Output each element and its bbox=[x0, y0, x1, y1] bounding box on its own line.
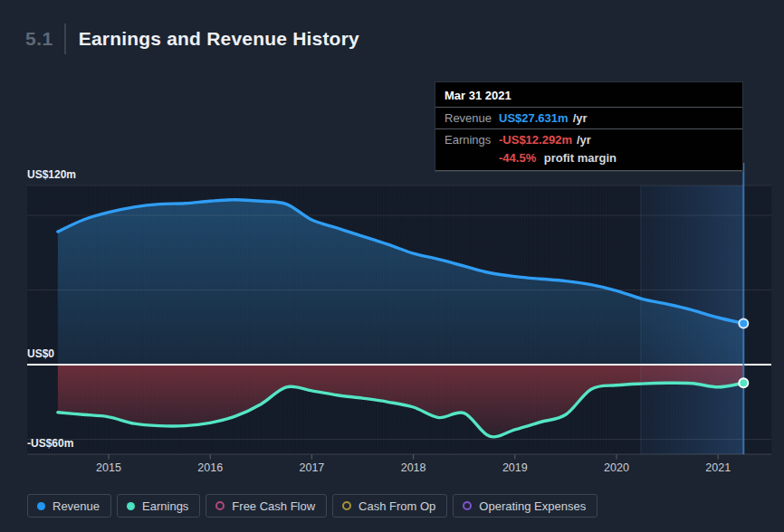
tooltip-revenue-row: Revenue US$27.631m /yr bbox=[435, 108, 742, 129]
legend-label: Revenue bbox=[53, 499, 100, 513]
x-tick-label: 2018 bbox=[387, 461, 441, 474]
chart-plot-area[interactable] bbox=[27, 185, 771, 454]
x-tick-label: 2016 bbox=[183, 461, 237, 474]
tooltip-revenue-suffix: /yr bbox=[573, 111, 588, 125]
tooltip-earnings-row: Earnings -US$12.292m /yr bbox=[435, 129, 742, 150]
legend-item-cash-from-op[interactable]: Cash From Op bbox=[332, 494, 447, 518]
x-tick-label: 2015 bbox=[81, 461, 136, 474]
tooltip-earnings-label: Earnings bbox=[445, 133, 499, 147]
earnings-dot-icon bbox=[127, 502, 135, 510]
tooltip-earnings-suffix: /yr bbox=[577, 133, 591, 147]
x-tick-label: 2019 bbox=[488, 461, 542, 474]
legend-item-free-cash-flow[interactable]: Free Cash Flow bbox=[206, 494, 327, 518]
tooltip-date: Mar 31 2021 bbox=[435, 82, 742, 108]
legend-label: Earnings bbox=[142, 499, 188, 513]
legend-item-earnings[interactable]: Earnings bbox=[117, 494, 200, 518]
legend-item-operating-expenses[interactable]: Operating Expenses bbox=[453, 494, 598, 518]
earnings-revenue-history-panel: 5.1 Earnings and Revenue History US$120m… bbox=[0, 0, 784, 532]
tooltip-margin-row: -44.5% profit margin bbox=[435, 150, 742, 171]
tooltip-earnings-value: -US$12.292m bbox=[499, 133, 572, 147]
revenue-dot-icon bbox=[37, 502, 45, 510]
chart-legend: Revenue Earnings Free Cash Flow Cash Fro… bbox=[27, 494, 598, 518]
chart-tooltip: Mar 31 2021 Revenue US$27.631m /yr Earni… bbox=[435, 81, 743, 172]
x-tick-label: 2020 bbox=[589, 461, 644, 474]
free-cash-flow-ring-icon bbox=[215, 501, 225, 510]
legend-item-revenue[interactable]: Revenue bbox=[27, 494, 111, 518]
y-axis-label-bottom: -US$60m bbox=[27, 437, 73, 450]
legend-label: Free Cash Flow bbox=[232, 499, 315, 513]
legend-label: Cash From Op bbox=[359, 499, 435, 513]
x-tick-label: 2021 bbox=[691, 461, 745, 474]
cash-from-op-ring-icon bbox=[342, 501, 351, 510]
tooltip-margin-text: profit margin bbox=[544, 151, 617, 165]
operating-expenses-ring-icon bbox=[463, 501, 472, 510]
tooltip-margin-value: -44.5% bbox=[499, 151, 536, 165]
tooltip-revenue-label: Revenue bbox=[445, 111, 499, 125]
y-axis-label-zero: US$0 bbox=[27, 347, 54, 360]
x-tick-label: 2017 bbox=[284, 461, 339, 474]
legend-label: Operating Expenses bbox=[479, 499, 586, 513]
tooltip-revenue-value: US$27.631m bbox=[499, 111, 569, 125]
y-axis-label-top: US$120m bbox=[27, 168, 76, 181]
